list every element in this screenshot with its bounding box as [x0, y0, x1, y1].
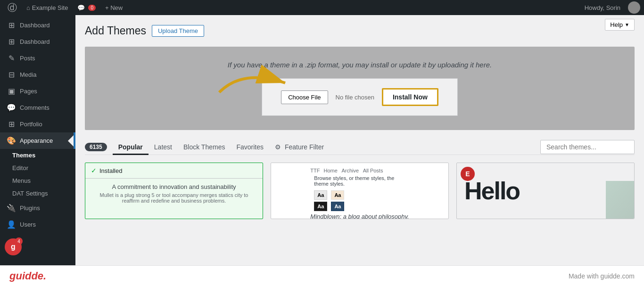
comments-link[interactable]: 💬 0 — [74, 0, 99, 15]
sidebar-item-comments[interactable]: 💬 Comments — [0, 99, 75, 116]
sidebar-item-pages[interactable]: ▣ Pages — [0, 83, 75, 99]
comments-icon: 💬 — [7, 103, 16, 112]
howdy-text: Howdy, Sorin — [585, 4, 624, 11]
sidebar-sub-item-editor[interactable]: Editor — [0, 162, 75, 174]
upload-description: If you have a theme in a .zip format, yo… — [94, 61, 625, 69]
help-button[interactable]: Help ▼ — [605, 19, 635, 31]
no-file-text: No file chosen — [336, 94, 374, 101]
page-header: Add Themes Upload Theme — [85, 25, 635, 37]
sidebar-sub-item-menus[interactable]: Menus — [0, 174, 75, 187]
users-icon: 👤 — [7, 220, 16, 229]
portfolio-icon: ⊞ — [7, 120, 16, 129]
swatch-group1: Aa Aa — [314, 190, 327, 211]
sidebar-item-dashboard1[interactable]: ⊞ Dashboard — [0, 17, 75, 33]
swatch-group2: Aa Aa — [331, 190, 344, 211]
top-bar: ⓓ ⌂ Example Site 💬 0 + New Howdy, Sorin — [0, 0, 644, 15]
swatch1: Aa — [314, 190, 327, 200]
theme-search-input[interactable] — [540, 140, 635, 154]
mindblown-body: TTF Home Archive All Posts Browse styles… — [305, 163, 413, 219]
new-link[interactable]: + New — [101, 0, 126, 15]
sidebar-sub-item-themes[interactable]: Themes — [0, 149, 75, 162]
page-title: Add Themes — [85, 25, 146, 37]
media-icon: ⊟ — [7, 70, 16, 79]
upload-form-container: Choose File No file chosen Install Now — [262, 78, 458, 116]
theme-search-area — [540, 140, 635, 154]
sidebar: ⊞ Dashboard ⊞ Dashboard ✎ Posts ⊟ Media … — [0, 15, 75, 265]
installed-theme-desc: Mullet is a plug strong 5 or tool accomp… — [92, 192, 256, 204]
upload-theme-button[interactable]: Upload Theme — [152, 25, 204, 37]
sidebar-arrow — [68, 133, 75, 148]
sidebar-item-portfolio[interactable]: ⊞ Portfolio — [0, 116, 75, 132]
theme-card-installed: ✓ Installed A commitment to innovation a… — [85, 163, 263, 219]
hello-decoration — [606, 181, 634, 219]
top-bar-right: Howdy, Sorin — [585, 1, 640, 14]
tab-favorites[interactable]: Favorites — [231, 139, 269, 155]
upload-overlay: If you have a theme in a .zip format, yo… — [85, 47, 635, 130]
install-now-button[interactable]: Install Now — [382, 88, 438, 106]
arrow-annotation — [205, 64, 299, 102]
installed-badge: ✓ Installed — [85, 163, 263, 179]
swatch3: Aa — [331, 190, 344, 200]
comment-icon: 💬 — [77, 4, 85, 11]
themes-tabs: 6135 Popular Latest Block Themes Favorit… — [85, 139, 635, 155]
pages-icon: ▣ — [7, 87, 16, 96]
installed-theme-title: A commitment to innovation and sustainab… — [92, 183, 256, 190]
avatar — [628, 1, 640, 14]
tab-feature-filter[interactable]: ⚙ Feature Filter — [269, 139, 330, 155]
theme-card-mindblown: TTF Home Archive All Posts Browse styles… — [271, 163, 449, 219]
theme-count-badge: 6135 — [85, 143, 107, 151]
content-area: Help ▼ Add Themes Upload Theme If you ha… — [75, 15, 644, 265]
swatch2: Aa — [314, 202, 327, 211]
help-chevron-icon: ▼ — [625, 22, 629, 27]
sidebar-bottom-icon: g 4 — [0, 235, 75, 259]
posts-icon: ✎ — [7, 54, 16, 63]
bottom-bar: guidde. Made with guidde.com — [0, 265, 644, 286]
sidebar-item-appearance[interactable]: 🎨 Appearance — [0, 132, 75, 149]
guidde-made-with: Made with guidde.com — [569, 272, 635, 280]
tab-latest[interactable]: Latest — [149, 139, 178, 155]
sidebar-item-posts[interactable]: ✎ Posts — [0, 50, 75, 66]
theme-card-hello: E Hello — [456, 163, 635, 219]
tab-popular[interactable]: Popular — [113, 139, 149, 155]
appearance-icon: 🎨 — [7, 136, 16, 145]
sidebar-item-media[interactable]: ⊟ Media — [0, 66, 75, 83]
installed-theme-body: A commitment to innovation and sustainab… — [85, 179, 263, 208]
mindblown-style-swatches: Aa Aa Aa Aa — [314, 190, 394, 211]
site-name-link[interactable]: ⌂ Example Site — [23, 0, 72, 15]
sidebar-item-users[interactable]: 👤 Users — [0, 216, 75, 233]
sidebar-section-main: ⊞ Dashboard ⊞ Dashboard ✎ Posts ⊟ Media … — [0, 15, 75, 235]
guidde-logo: guidde. — [9, 270, 46, 282]
hello-title: Hello — [464, 177, 520, 205]
sidebar-item-dashboard2[interactable]: ⊞ Dashboard — [0, 33, 75, 50]
dashboard2-icon: ⊞ — [7, 37, 16, 46]
plugins-icon: 🔌 — [7, 204, 16, 212]
mindblown-theme-preview: Browse styles, or theme styles, thetheme… — [310, 173, 398, 213]
notification-badge: 4 — [15, 237, 23, 245]
theme-cards-grid: ✓ Installed A commitment to innovation a… — [85, 163, 635, 219]
gear-icon: ⚙ — [275, 143, 281, 151]
swatch4: Aa — [331, 202, 344, 211]
sidebar-sub-item-dat-settings[interactable]: DAT Settings — [0, 187, 75, 200]
main-layout: ⊞ Dashboard ⊞ Dashboard ✎ Posts ⊟ Media … — [0, 15, 644, 265]
check-icon: ✓ — [91, 167, 97, 174]
wp-logo[interactable]: ⓓ — [4, 0, 21, 15]
tab-block-themes[interactable]: Block Themes — [178, 139, 231, 155]
mindblown-preview-title: Browse styles, or theme styles, thetheme… — [314, 175, 394, 187]
top-bar-left: ⓓ ⌂ Example Site 💬 0 + New — [4, 0, 585, 15]
hello-card-body: E Hello — [457, 163, 634, 219]
dashboard-icon: ⊞ — [7, 21, 16, 30]
elementor-badge: E — [461, 167, 475, 181]
mindblown-header: TTF Home Archive All Posts — [310, 168, 383, 173]
mindblown-description: Mindblown: a blog about philosophy. — [310, 213, 409, 219]
sidebar-item-plugins[interactable]: 🔌 Plugins — [0, 200, 75, 216]
